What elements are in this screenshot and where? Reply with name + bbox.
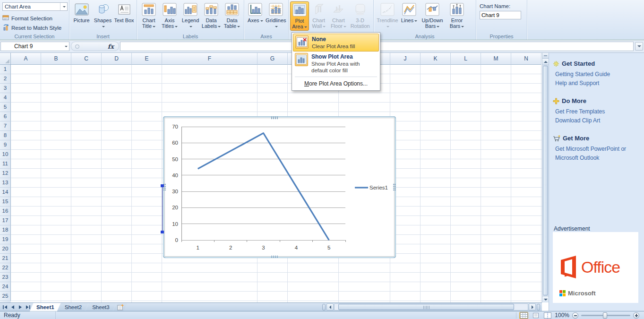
fx-icon[interactable]: fx — [108, 43, 114, 50]
zoom-slider-track[interactable] — [581, 315, 630, 316]
column-header-G[interactable]: G — [258, 53, 288, 65]
sheet-tab-sheet1[interactable]: Sheet1 — [30, 303, 61, 311]
row-header-13[interactable]: 13 — [0, 178, 11, 188]
row-header-4[interactable]: 4 — [0, 93, 11, 103]
chart-bottom-handle[interactable] — [271, 256, 272, 257]
scroll-left-button[interactable] — [326, 303, 334, 310]
hscroll-split-handle[interactable] — [537, 304, 540, 310]
vscroll-split-handle[interactable] — [542, 53, 549, 59]
expand-formula-bar-button[interactable] — [635, 42, 643, 51]
link-download-clip-art[interactable]: Download Clip Art — [555, 116, 640, 125]
gridlines-button[interactable]: Gridlines — [265, 1, 287, 31]
row-header-20[interactable]: 20 — [0, 244, 11, 254]
data-labels-button[interactable]: Data Labels — [201, 1, 222, 31]
grid-column-B[interactable] — [41, 65, 71, 302]
lines-button[interactable]: Lines — [400, 1, 419, 31]
plot-area-button[interactable]: Plot Area — [290, 1, 309, 31]
row-header-19[interactable]: 19 — [0, 235, 11, 244]
chart-area[interactable]: 01020304050607012345Series1 — [164, 118, 395, 257]
column-header-N[interactable]: N — [511, 53, 541, 65]
select-all-button[interactable] — [0, 53, 11, 65]
chart-object[interactable]: 01020304050607012345Series1 — [163, 116, 396, 258]
column-header-M[interactable]: M — [481, 53, 511, 65]
name-box[interactable] — [0, 42, 69, 51]
row-header-18[interactable]: 18 — [0, 225, 11, 235]
scroll-right-button[interactable] — [529, 303, 536, 310]
advertisement-box[interactable]: Office Microsoft — [553, 232, 638, 303]
row-header-22[interactable]: 22 — [0, 263, 11, 273]
zoom-out-button[interactable] — [572, 312, 578, 319]
grid-column-K[interactable] — [421, 65, 451, 302]
chart-element-selector[interactable]: Chart Area — [2, 2, 68, 11]
row-header-5[interactable]: 5 — [0, 103, 11, 112]
row-header-7[interactable]: 7 — [0, 121, 11, 131]
chart-corner-handle[interactable] — [391, 253, 396, 258]
grid-column-L[interactable] — [451, 65, 481, 302]
chart-title-button[interactable]: Chart Title — [138, 1, 159, 31]
chart-corner-handle[interactable] — [391, 116, 396, 121]
row-header-15[interactable]: 15 — [0, 197, 11, 207]
zoom-in-button[interactable] — [633, 312, 639, 319]
name-box-arrow-icon[interactable] — [62, 42, 69, 51]
text-box-button[interactable]: Text Box — [113, 1, 135, 31]
picture-button[interactable]: Picture — [71, 1, 92, 31]
axes-button[interactable]: Axes — [246, 1, 265, 31]
last-sheet-button[interactable] — [24, 303, 31, 310]
horizontal-scroll-thumb[interactable] — [338, 304, 514, 310]
reset-to-match-style-button[interactable]: Reset to Match Style — [1, 24, 68, 32]
column-header-F[interactable]: F — [162, 53, 258, 65]
row-header-10[interactable]: 10 — [0, 150, 11, 159]
sheet-tab-sheet3[interactable]: Sheet3 — [86, 303, 116, 311]
vertical-scroll-thumb[interactable] — [543, 66, 548, 295]
menu-item-show-plot-area[interactable]: Show Plot Area Show Plot Area with defau… — [293, 52, 379, 75]
column-header-D[interactable]: D — [102, 53, 132, 65]
chart-name-input[interactable] — [480, 11, 521, 19]
grid-column-E[interactable] — [132, 65, 162, 302]
scroll-up-button[interactable] — [542, 59, 549, 65]
updown-bars-button[interactable]: Up/Down Bars — [419, 1, 446, 31]
link-get-free-templates[interactable]: Get Free Templates — [555, 107, 640, 116]
grid-column-N[interactable] — [511, 65, 541, 302]
link-get-powerpoint-outlook[interactable]: Get Microsoft PowerPoint or Microsoft Ou… — [555, 145, 640, 163]
row-header-11[interactable]: 11 — [0, 159, 11, 169]
chevron-down-icon[interactable] — [60, 3, 67, 10]
row-header-14[interactable]: 14 — [0, 188, 11, 197]
row-header-9[interactable]: 9 — [0, 140, 11, 150]
column-header-A[interactable]: A — [11, 53, 41, 65]
previous-sheet-button[interactable] — [9, 303, 16, 310]
page-layout-view-button[interactable] — [531, 312, 540, 319]
normal-view-button[interactable] — [519, 312, 528, 319]
grid-column-A[interactable] — [11, 65, 41, 302]
column-header-E[interactable]: E — [132, 53, 162, 65]
chart-top-handle[interactable] — [271, 117, 272, 118]
chart-corner-handle[interactable] — [163, 116, 168, 121]
axis-titles-button[interactable]: Axis Titles — [159, 1, 180, 31]
tab-split-handle[interactable] — [322, 304, 326, 310]
menu-item-more-plot-area-options[interactable]: More Plot Area Options... — [293, 78, 379, 89]
grid-column-C[interactable] — [71, 65, 102, 302]
shapes-button[interactable]: Shapes — [92, 1, 113, 31]
horizontal-scroll-track[interactable] — [334, 303, 528, 310]
column-header-K[interactable]: K — [421, 53, 451, 65]
row-header-6[interactable]: 6 — [0, 112, 11, 121]
column-header-B[interactable]: B — [41, 53, 71, 65]
legend-button[interactable]: Legend — [180, 1, 201, 31]
column-header-L[interactable]: L — [451, 53, 481, 65]
error-bars-button[interactable]: Error Bars — [446, 1, 468, 31]
row-header-2[interactable]: 2 — [0, 74, 11, 84]
chart-right-handle[interactable] — [393, 184, 394, 185]
link-getting-started-guide[interactable]: Getting Started Guide — [555, 70, 640, 79]
format-selection-button[interactable]: Format Selection — [1, 14, 68, 22]
first-sheet-button[interactable] — [1, 303, 9, 310]
row-header-1[interactable]: 1 — [0, 65, 11, 74]
row-header-8[interactable]: 8 — [0, 131, 11, 140]
chart-corner-handle[interactable] — [163, 253, 168, 258]
page-break-view-button[interactable] — [543, 312, 552, 319]
grid-column-D[interactable] — [102, 65, 132, 302]
row-header-3[interactable]: 3 — [0, 84, 11, 93]
menu-item-none[interactable]: None Clear Plot Area fill — [293, 34, 379, 52]
row-header-23[interactable]: 23 — [0, 273, 11, 282]
next-sheet-button[interactable] — [17, 303, 24, 310]
row-header-24[interactable]: 24 — [0, 282, 11, 292]
column-header-J[interactable]: J — [390, 53, 421, 65]
